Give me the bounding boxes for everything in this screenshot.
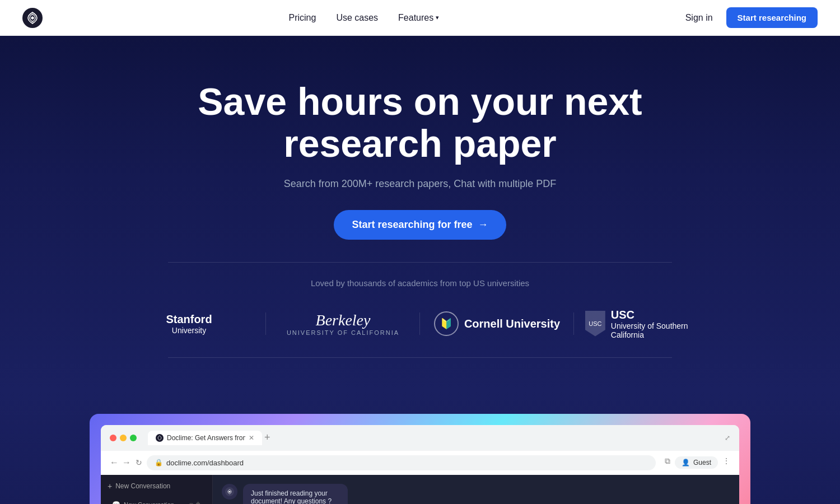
arrow-icon: → [478,219,488,231]
universities-row: Stanford University Berkeley UNIVERSITY … [112,308,728,339]
cta-button[interactable]: Start researching for free → [334,210,506,240]
convo-actions-1: ✏ 🗑 [189,501,201,504]
bot-message-text: Just finished reading your document! Any… [243,484,348,504]
tab-favicon [156,434,164,442]
new-conversation-button[interactable]: + New Conversation [108,482,206,491]
chevron-down-icon: ▾ [436,14,439,21]
divider-top [168,262,672,263]
browser-menu-icon[interactable]: ⋮ [722,456,730,469]
traffic-light-yellow[interactable] [120,435,127,441]
guest-profile[interactable]: 👤 Guest [675,456,718,469]
lock-icon: 🔒 [155,459,163,466]
app-sidebar: + New Conversation 💬 New Conversation ✏ … [101,475,213,504]
chat-messages: Just finished reading your document! Any… [213,475,739,504]
navbar: Pricing Use cases Features ▾ Sign in Sta… [0,0,840,36]
browser-chrome-bar: Doclime: Get Answers from yo... ✕ + ⤢ [101,425,739,451]
berkeley-name: Berkeley [316,311,371,329]
hero-subtitle: Search from 200M+ research papers, Chat … [22,178,818,190]
hero-section: Save hours on your next research paper S… [0,36,840,391]
address-bar[interactable]: 🔒 doclime.com/dashboard [147,455,656,470]
start-researching-button[interactable]: Start researching [726,7,818,28]
svg-point-4 [229,491,231,492]
nav-features[interactable]: Features ▾ [398,13,439,23]
traffic-light-green[interactable] [130,435,137,441]
plus-icon: + [108,482,112,491]
university-usc: USC USC University of Southern Californi… [574,308,728,339]
nav-pricing[interactable]: Pricing [288,13,316,23]
user-icon: 👤 [682,459,690,466]
browser-nav-bar: ← → ↻ 🔒 doclime.com/dashboard ⧉ 👤 Guest … [101,451,739,475]
university-stanford: Stanford University [112,312,266,335]
tab-close-icon[interactable]: ✕ [249,434,254,442]
bot-avatar [222,484,237,500]
logo-icon [22,8,43,28]
stanford-sub: University [166,326,212,335]
delete-icon-1[interactable]: 🗑 [195,501,201,504]
browser-window: Doclime: Get Answers from yo... ✕ + ⤢ ← … [101,425,739,504]
bot-message: Just finished reading your document! Any… [222,484,730,504]
chat-icon-1: 💬 [112,501,120,504]
tab-area: Doclime: Get Answers from yo... ✕ + [148,431,720,445]
refresh-icon[interactable]: ↻ [136,458,142,467]
usc-name: USC [611,309,634,321]
conversation-item-1[interactable]: 💬 New Conversation ✏ 🗑 [108,497,206,504]
cornell-name: Cornell University [464,317,560,330]
university-berkeley: Berkeley UNIVERSITY OF CALIFORNIA [266,311,420,336]
university-cornell: 🔰 Cornell University [420,311,574,336]
navbar-logo-area [22,8,43,28]
browser-actions: ⧉ 👤 Guest ⋮ [665,456,730,469]
berkeley-sub: UNIVERSITY OF CALIFORNIA [287,329,399,336]
browser-gradient-wrapper: Doclime: Get Answers from yo... ✕ + ⤢ ← … [90,414,750,504]
mockup-section: Doclime: Get Answers from yo... ✕ + ⤢ ← … [0,391,840,504]
browser-tab[interactable]: Doclime: Get Answers from yo... ✕ [148,431,262,445]
usc-shield-icon: USC [585,311,605,337]
app-content: + New Conversation 💬 New Conversation ✏ … [101,475,739,504]
divider-bottom [168,357,672,358]
nav-arrows: ← → [110,458,131,468]
usc-sub: University of Southern California [611,321,717,339]
forward-icon[interactable]: → [122,458,131,468]
stanford-name: Stanford [166,313,212,325]
new-tab-button[interactable]: + [264,432,270,444]
svg-point-2 [156,434,164,442]
nav-use-cases[interactable]: Use cases [336,13,378,23]
traffic-light-red[interactable] [110,435,116,441]
main-chat-area: Just finished reading your document! Any… [213,475,739,504]
extensions-icon[interactable]: ⧉ [665,456,670,469]
cornell-seal-icon: 🔰 [434,311,459,336]
hero-heading: Save hours on your next research paper [168,81,672,165]
browser-expand-icon[interactable]: ⤢ [725,434,730,442]
loved-by-text: Loved by thousands of academics from top… [22,278,818,288]
sign-in-button[interactable]: Sign in [685,13,713,23]
edit-icon-1[interactable]: ✏ [189,501,194,504]
navbar-nav: Pricing Use cases Features ▾ [288,13,439,23]
navbar-actions: Sign in Start researching [685,7,818,28]
traffic-lights [110,435,137,441]
back-icon[interactable]: ← [110,458,119,468]
